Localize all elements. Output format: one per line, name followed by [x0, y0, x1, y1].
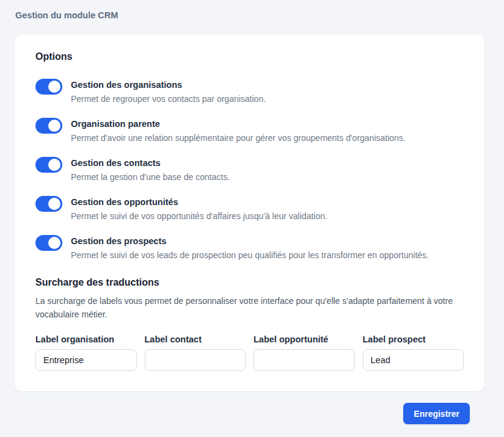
- toggle-row-opportunites: Gestion des opportunités Permet le suivi…: [35, 195, 464, 223]
- toggle-knob: [48, 159, 60, 171]
- options-heading: Options: [35, 51, 464, 62]
- field-contact: Label contact: [145, 334, 246, 371]
- toggle-knob: [48, 81, 60, 93]
- toggle-gestion-prospects[interactable]: [35, 235, 62, 251]
- translations-description: La surcharge de labels vous permet de pe…: [35, 294, 464, 321]
- toggle-text: Gestion des organisations Permet de regr…: [71, 78, 266, 106]
- toggle-description: Permet le suivi de vos leads de prospect…: [71, 249, 429, 262]
- translation-fields-row: Label organisation Label contact Label o…: [35, 334, 464, 371]
- toggle-gestion-organisations[interactable]: [35, 79, 62, 95]
- toggle-knob: [48, 198, 60, 210]
- toggle-row-prospects: Gestion des prospects Permet le suivi de…: [35, 234, 464, 262]
- field-label: Label prospect: [363, 334, 464, 344]
- toggle-label: Gestion des opportunités: [71, 195, 327, 209]
- toggle-knob: [48, 237, 60, 249]
- page-title: Gestion du module CRM: [0, 0, 504, 20]
- field-opportunite: Label opportunité: [254, 334, 355, 371]
- translations-heading: Surcharge des traductions: [35, 276, 464, 288]
- field-organisation: Label organisation: [35, 334, 137, 371]
- toggle-row-organisations: Gestion des organisations Permet de regr…: [35, 78, 464, 106]
- toggle-label: Gestion des contacts: [71, 156, 230, 170]
- toggle-gestion-contacts[interactable]: [35, 157, 62, 173]
- toggle-text: Gestion des prospects Permet le suivi de…: [71, 234, 429, 262]
- label-contact-input[interactable]: [145, 349, 246, 371]
- footer-actions: Enregistrer: [15, 403, 484, 424]
- toggle-label: Gestion des prospects: [71, 234, 429, 248]
- toggle-description: Permet le suivi de vos opportunités d'af…: [71, 210, 327, 223]
- label-opportunite-input[interactable]: [254, 349, 355, 371]
- field-prospect: Label prospect: [363, 334, 464, 371]
- toggle-knob: [48, 120, 60, 132]
- toggle-row-organisation-parente: Organisation parente Permet d'avoir une …: [35, 117, 464, 145]
- toggle-row-contacts: Gestion des contacts Permet la gestion d…: [35, 156, 464, 184]
- save-button[interactable]: Enregistrer: [403, 403, 470, 424]
- toggle-text: Gestion des opportunités Permet le suivi…: [71, 195, 327, 223]
- toggle-label: Organisation parente: [71, 117, 406, 131]
- toggle-text: Gestion des contacts Permet la gestion d…: [71, 156, 230, 184]
- toggle-text: Organisation parente Permet d'avoir une …: [71, 117, 406, 145]
- crm-settings-page: Gestion du module CRM Options Gestion de…: [0, 0, 504, 424]
- label-organisation-input[interactable]: [35, 349, 137, 371]
- settings-card: Options Gestion des organisations Permet…: [15, 35, 484, 391]
- toggle-gestion-opportunites[interactable]: [35, 196, 62, 212]
- toggle-description: Permet de regrouper vos contacts par org…: [71, 93, 266, 106]
- toggle-organisation-parente[interactable]: [35, 118, 62, 134]
- toggle-label: Gestion des organisations: [71, 78, 266, 92]
- toggle-description: Permet d'avoir une relation supplémentai…: [71, 132, 406, 145]
- field-label: Label contact: [145, 334, 246, 344]
- field-label: Label opportunité: [254, 334, 355, 344]
- label-prospect-input[interactable]: [363, 349, 464, 371]
- field-label: Label organisation: [35, 334, 137, 344]
- toggle-description: Permet la gestion d'une base de contacts…: [71, 171, 230, 184]
